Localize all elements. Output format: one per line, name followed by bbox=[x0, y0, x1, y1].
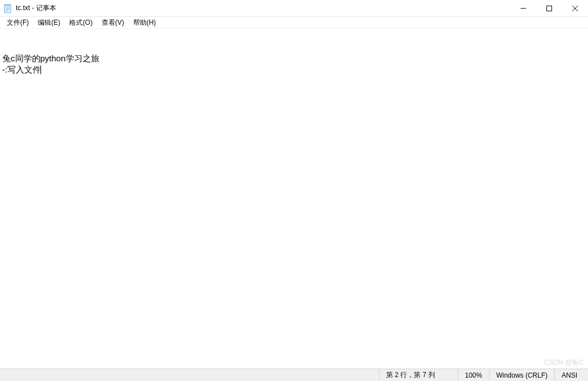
maximize-button[interactable] bbox=[536, 0, 562, 16]
status-line-ending: Windows (CRLF) bbox=[489, 369, 554, 381]
statusbar: 第 2 行，第 7 列 100% Windows (CRLF) ANSI bbox=[0, 369, 588, 381]
svg-rect-7 bbox=[547, 6, 552, 11]
notepad-icon bbox=[3, 4, 12, 13]
window-title: tc.txt - 记事本 bbox=[16, 3, 56, 13]
close-button[interactable] bbox=[562, 0, 588, 16]
text-content: 兔c同学的python学习之旅 -:写入文件 bbox=[2, 53, 586, 76]
titlebar-left: tc.txt - 记事本 bbox=[0, 3, 56, 13]
line-1: 兔c同学的python学习之旅 bbox=[2, 53, 99, 63]
text-cursor bbox=[40, 65, 41, 74]
menu-file[interactable]: 文件(F) bbox=[2, 17, 33, 29]
menubar: 文件(F) 编辑(E) 格式(O) 查看(V) 帮助(H) bbox=[0, 17, 588, 29]
status-encoding: ANSI bbox=[554, 369, 588, 381]
menu-edit[interactable]: 编辑(E) bbox=[33, 17, 65, 29]
text-editor[interactable]: 兔c同学的python学习之旅 -:写入文件 bbox=[0, 29, 588, 369]
menu-format[interactable]: 格式(O) bbox=[65, 17, 97, 29]
menu-view[interactable]: 查看(V) bbox=[97, 17, 129, 29]
minimize-button[interactable] bbox=[510, 0, 536, 16]
svg-rect-1 bbox=[4, 5, 11, 6]
status-zoom: 100% bbox=[458, 369, 489, 381]
window-controls bbox=[510, 0, 588, 16]
line-2: -:写入文件 bbox=[2, 65, 41, 74]
menu-help[interactable]: 帮助(H) bbox=[129, 17, 161, 29]
status-position: 第 2 行，第 7 列 bbox=[379, 369, 458, 381]
titlebar: tc.txt - 记事本 bbox=[0, 0, 588, 17]
